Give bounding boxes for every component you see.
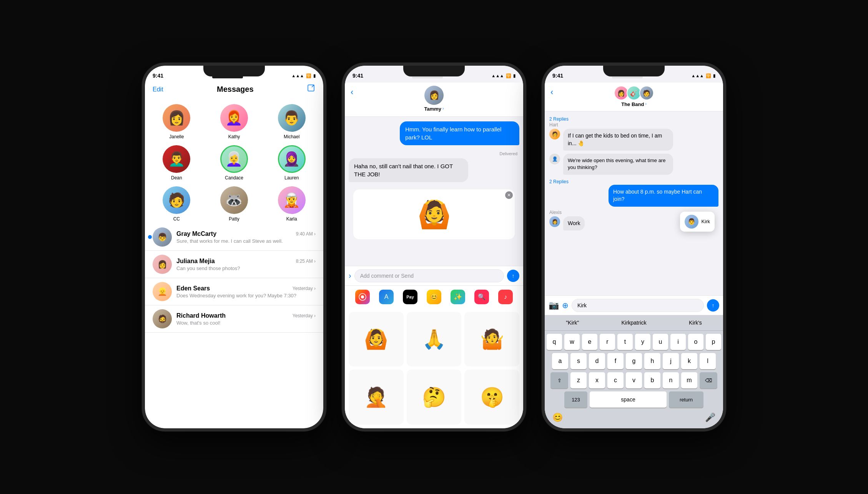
memoji-btn[interactable]: 😊: [427, 290, 441, 304]
key-y[interactable]: y: [635, 334, 650, 350]
key-z[interactable]: z: [570, 372, 587, 388]
sticker-6[interactable]: 🤫: [464, 370, 519, 424]
screen: 9:41 ▲▲▲ 🛜 ▮ Edit Messages: [145, 66, 323, 428]
conv-name-gray: Gray McCarty: [176, 230, 216, 237]
key-123[interactable]: 123: [564, 391, 587, 408]
replies-label-1[interactable]: 2 Replies: [549, 116, 569, 123]
chat-name-tammy[interactable]: Tammy: [424, 106, 442, 112]
key-o[interactable]: o: [688, 334, 703, 350]
key-w[interactable]: w: [564, 334, 580, 350]
key-h[interactable]: h: [644, 353, 660, 369]
key-k[interactable]: k: [681, 353, 697, 369]
sticker-5[interactable]: 🤔: [407, 370, 462, 424]
group-name[interactable]: The Band: [621, 101, 644, 107]
applepay-btn[interactable]: Pay: [403, 290, 417, 304]
group-back-button[interactable]: ‹: [550, 87, 553, 97]
contact-name-dean: Dean: [171, 175, 182, 181]
key-g[interactable]: g: [626, 353, 642, 369]
appstore-btn[interactable]: A: [379, 290, 394, 304]
group-input-field[interactable]: Kirk: [572, 299, 704, 312]
search-btn[interactable]: 🔍: [474, 290, 489, 304]
key-shift[interactable]: ⇧: [550, 372, 568, 388]
sticker-close-btn[interactable]: ✕: [505, 191, 513, 199]
key-p[interactable]: p: [706, 334, 721, 350]
expand-button[interactable]: ›: [349, 271, 351, 280]
contact-name-cc: CC: [173, 216, 180, 222]
key-delete[interactable]: ⌫: [700, 372, 717, 388]
back-button[interactable]: ‹: [351, 87, 353, 97]
replies-label-2[interactable]: 2 Replies: [549, 179, 569, 185]
contact-dean[interactable]: 👨‍🦱 Dean: [149, 143, 205, 182]
key-f[interactable]: f: [607, 353, 624, 369]
mini-avatar-hart: 🧑: [549, 129, 560, 139]
chat-input-field[interactable]: Add comment or Send: [354, 269, 504, 282]
status-icons3: ▲▲▲ 🛜 ▮: [691, 73, 715, 78]
emoji-button[interactable]: 😊: [552, 413, 563, 423]
contact-name-kathy: Kathy: [228, 134, 240, 139]
conv-gray-mccarty[interactable]: 👦 Gray McCarty 9:40 AM › Sure, that work…: [145, 224, 323, 251]
messages-title: Messages: [217, 85, 254, 94]
msg-alexis-sent: 2 Replies How about 8 p.m. so maybe Hart…: [549, 178, 718, 207]
hart-bubble-wrap: 🧑 If I can get the kids to bed on time, …: [549, 129, 718, 151]
contact-janelle[interactable]: 👩 Janelle: [149, 102, 205, 141]
pred-word-2[interactable]: Kirkpatrick: [617, 318, 650, 327]
conv-juliana[interactable]: 👩 Juliana Mejia 8:25 AM › Can you send t…: [145, 251, 323, 278]
key-t[interactable]: t: [617, 334, 633, 350]
mic-button[interactable]: 🎤: [705, 413, 715, 423]
contact-cc[interactable]: 🧑 CC: [149, 184, 205, 224]
contact-kathy[interactable]: 👩‍🦰 Kathy: [206, 102, 262, 141]
autocomplete-name: Kirk: [702, 219, 710, 224]
group-send-button[interactable]: ↑: [707, 299, 719, 312]
conv-richard[interactable]: 🧔 Richard Howarth Yesterday › Wow, that'…: [145, 305, 323, 333]
key-l[interactable]: l: [700, 353, 716, 369]
key-i[interactable]: i: [670, 334, 686, 350]
contact-karla[interactable]: 🧝 Karla: [264, 184, 319, 224]
pred-word-3[interactable]: Kirk's: [685, 318, 706, 327]
kb-row-1: q w e r t y u i o p: [547, 334, 721, 350]
conv-eden[interactable]: 👱 Eden Sears Yesterday › Does Wednesday …: [145, 278, 323, 305]
key-space[interactable]: space: [590, 391, 667, 408]
sticker-2[interactable]: 🙏: [407, 312, 462, 367]
key-a[interactable]: a: [552, 353, 568, 369]
pred-word-1[interactable]: "Kirk": [562, 318, 583, 327]
contact-candace[interactable]: 👩‍🦳 Candace: [206, 143, 262, 182]
edit-button[interactable]: Edit: [153, 86, 163, 93]
key-e[interactable]: e: [582, 334, 597, 350]
key-j[interactable]: j: [663, 353, 679, 369]
conv-content-gray: Gray McCarty 9:40 AM › Sure, that works …: [176, 230, 316, 244]
effects-btn[interactable]: ✨: [451, 290, 465, 304]
key-return[interactable]: return: [669, 391, 703, 408]
wifi-icon2: 🛜: [506, 73, 511, 78]
key-s[interactable]: s: [570, 353, 587, 369]
conv-time-juliana: 8:25 AM ›: [296, 259, 316, 264]
key-b[interactable]: b: [644, 372, 660, 388]
contact-lauren[interactable]: 🧕 Lauren: [264, 143, 319, 182]
sticker-1[interactable]: 🙆: [349, 312, 404, 367]
conversation-list: 👦 Gray McCarty 9:40 AM › Sure, that work…: [145, 224, 323, 333]
camera-button[interactable]: 📷: [549, 300, 559, 310]
apps-button[interactable]: ⊕: [562, 301, 569, 310]
key-n[interactable]: n: [663, 372, 679, 388]
key-r[interactable]: r: [600, 334, 615, 350]
autocomplete-popup: 👨 Kirk: [680, 212, 715, 232]
compose-button[interactable]: [307, 84, 316, 94]
photos-app-btn[interactable]: [355, 290, 370, 304]
key-x[interactable]: x: [589, 372, 605, 388]
send-button[interactable]: ↑: [507, 270, 519, 282]
sticker-3[interactable]: 🤷: [464, 312, 519, 367]
popup-avatar-kirk: 👨: [685, 215, 698, 229]
sticker-4[interactable]: 🤦: [349, 370, 404, 424]
key-m[interactable]: m: [681, 372, 697, 388]
key-v[interactable]: v: [626, 372, 642, 388]
conv-name-eden: Eden Sears: [176, 285, 210, 292]
iapps-bar: A Pay 😊 ✨ 🔍 ♪: [345, 285, 523, 308]
group-header: ‹ 👩 🎸 🧑 The Band ›: [545, 83, 723, 111]
contact-michael[interactable]: 👨 Michael: [264, 102, 319, 141]
contact-patty[interactable]: 🦝 Patty: [206, 184, 262, 224]
music-btn[interactable]: ♪: [498, 290, 513, 304]
key-u[interactable]: u: [653, 334, 668, 350]
key-q[interactable]: q: [547, 334, 562, 350]
key-c[interactable]: c: [607, 372, 624, 388]
status-time3: 9:41: [552, 73, 563, 79]
key-d[interactable]: d: [589, 353, 605, 369]
